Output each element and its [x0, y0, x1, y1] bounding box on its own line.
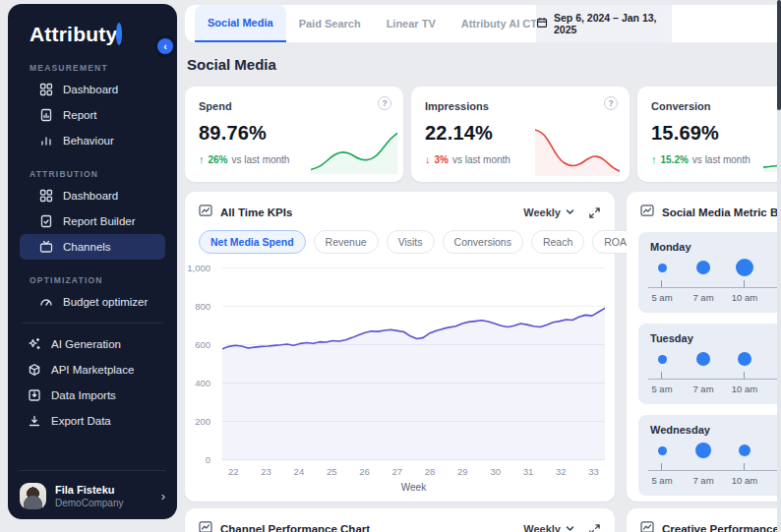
chip-visits[interactable]: Visits [387, 230, 435, 254]
help-icon[interactable]: ? [378, 96, 391, 110]
axis-tick [661, 372, 662, 379]
day-label: Wednesday [650, 424, 710, 436]
sidebar-item-report[interactable]: Report [20, 102, 165, 128]
card-title: Social Media Metric Breakdown Per [662, 207, 781, 218]
bubble-dot [736, 259, 753, 276]
sidebar-item-label: Data Imports [51, 389, 116, 401]
calendar-icon [536, 17, 548, 30]
chevron-left-icon: ‹ [163, 41, 167, 52]
kpi-row: Spend ? 89.76% ↑ 26% vs last month Impre… [185, 87, 781, 182]
help-icon[interactable]: ? [604, 96, 618, 110]
logo-dot-icon: . [116, 23, 122, 45]
scrollbar-track[interactable] [777, 0, 781, 532]
sidebar-item-behaviour[interactable]: Behaviour [20, 128, 165, 153]
grid-icon [39, 189, 53, 203]
kpi-card-spend: Spend ? 89.76% ↑ 26% vs last month [185, 87, 403, 182]
sidebar-item-budget-optimizer[interactable]: Budget optimizer [20, 289, 165, 315]
bubble-dot [658, 446, 667, 455]
section-label-measurement: MEASUREMENT [30, 63, 165, 73]
gauge-icon [39, 295, 53, 309]
sidebar-item-dashboard[interactable]: Dashboard [20, 77, 165, 102]
chevron-down-icon [566, 523, 574, 532]
day-panel-wednesday: Wednesday 5 am 7 am 10 am [638, 415, 781, 496]
kpi-card-conversion: Conversion ? 15.69% ↑ 15.2% vs last mont… [637, 87, 781, 182]
kpi-label: Spend [199, 100, 390, 112]
time-label: 10 am [727, 292, 762, 303]
user-profile[interactable]: Fila Fisteku DemoCompany › [20, 470, 165, 509]
sidebar-item-label: Budget optimizer [63, 296, 148, 308]
metric-chips: Net Media Spend Revenue Visits Conversio… [185, 221, 615, 254]
bubble-dot [695, 443, 711, 458]
kpi-label: Conversion [651, 100, 781, 112]
sidebar-divider [22, 323, 163, 324]
arrow-up-icon: ↑ [651, 153, 657, 165]
sidebar-item-attribution-dashboard[interactable]: Dashboard [20, 183, 165, 208]
bubble-dot [658, 355, 667, 364]
sidebar-item-label: Dashboard [63, 190, 118, 202]
card-title: Channel Performance Chart [220, 523, 370, 532]
section-label-optimization: OPTIMIZATION [30, 275, 165, 285]
net-media-spend-line [222, 267, 605, 459]
time-label: 5 am [644, 292, 680, 303]
tab-social-media[interactable]: Social Media [195, 5, 286, 42]
expand-icon[interactable] [588, 523, 601, 532]
chart-icon [640, 520, 654, 532]
sidebar-item-report-builder[interactable]: Report Builder [20, 208, 165, 234]
period-dropdown[interactable]: Weekly [523, 207, 574, 218]
date-range-picker[interactable]: Sep 6, 2024 – Jan 13, 2025 [536, 5, 672, 42]
tab-linear-tv[interactable]: Linear TV [374, 5, 449, 42]
axis-line [648, 379, 781, 380]
time-label: 5 am [644, 384, 680, 394]
expand-icon[interactable] [588, 207, 601, 219]
bubble-dot [739, 444, 751, 456]
user-company: DemoCompany [55, 497, 123, 509]
time-label: 7 am [686, 384, 721, 394]
kpi-card-impressions: Impressions ? 22.14% ↓ 3% vs last month [411, 87, 630, 182]
kpi-delta: ↑ 15.2% vs last month [651, 153, 781, 165]
sparkles-icon [28, 337, 41, 351]
report-builder-icon [39, 214, 53, 228]
kpi-label: Impressions [425, 100, 616, 112]
page-title: Social Media [187, 56, 276, 73]
sidebar-item-label: Report [63, 109, 97, 121]
sidebar-item-label: API Marketplace [51, 364, 134, 376]
sidebar-item-export-data[interactable]: Export Data [20, 408, 165, 434]
user-info: Fila Fisteku DemoCompany [55, 484, 123, 509]
sidebar-item-label: Channels [63, 241, 111, 253]
sidebar-nav: MEASUREMENT Dashboard Report Behaviour A… [8, 63, 177, 434]
axis-tick [661, 463, 662, 470]
sidebar-item-data-imports[interactable]: Data Imports [20, 383, 165, 408]
bubble-dot [696, 261, 710, 274]
sidebar-item-ai-generation[interactable]: AI Generation [20, 331, 165, 357]
tab-paid-search[interactable]: Paid Search [286, 5, 374, 42]
chip-revenue[interactable]: Revenue [314, 230, 379, 254]
day-panel-monday: Monday 5 am 7 am 10 am [638, 232, 781, 313]
day-label: Monday [650, 241, 691, 253]
report-icon [39, 108, 53, 122]
time-label: 10 am [727, 384, 762, 394]
sidebar: Attributy. MEASUREMENT Dashboard Report … [8, 4, 177, 519]
chart-icon [199, 204, 212, 221]
sidebar-item-label: AI Generation [51, 338, 121, 350]
axis-line [648, 287, 781, 288]
channel-performance-card: Channel Performance Chart Weekly [185, 508, 615, 532]
app-logo: Attributy. [8, 4, 177, 47]
all-time-kpis-card: All Time KPIs Weekly Net Media Spend Rev… [185, 192, 615, 502]
chip-reach[interactable]: Reach [531, 230, 584, 254]
tv-icon [39, 240, 53, 254]
sidebar-item-api-marketplace[interactable]: API Marketplace [20, 357, 165, 383]
chip-conversions[interactable]: Conversions [443, 230, 523, 254]
axis-line [648, 470, 781, 471]
sidebar-collapse-button[interactable]: ‹ [154, 35, 176, 57]
period-dropdown[interactable]: Weekly [523, 523, 574, 532]
bubble-dot [658, 264, 667, 272]
impressions-sparkline [535, 125, 620, 176]
scrollbar-thumb[interactable] [777, 0, 781, 110]
chevron-right-icon[interactable]: › [161, 489, 165, 503]
bubble-dot [696, 352, 710, 366]
chart-icon [199, 520, 212, 532]
axis-tick [744, 463, 745, 470]
chip-net-media-spend[interactable]: Net Media Spend [199, 230, 306, 254]
all-time-kpis-chart: 1,000 800 600 400 200 0 2223242526272829… [185, 258, 615, 498]
sidebar-item-channels[interactable]: Channels [20, 234, 165, 260]
